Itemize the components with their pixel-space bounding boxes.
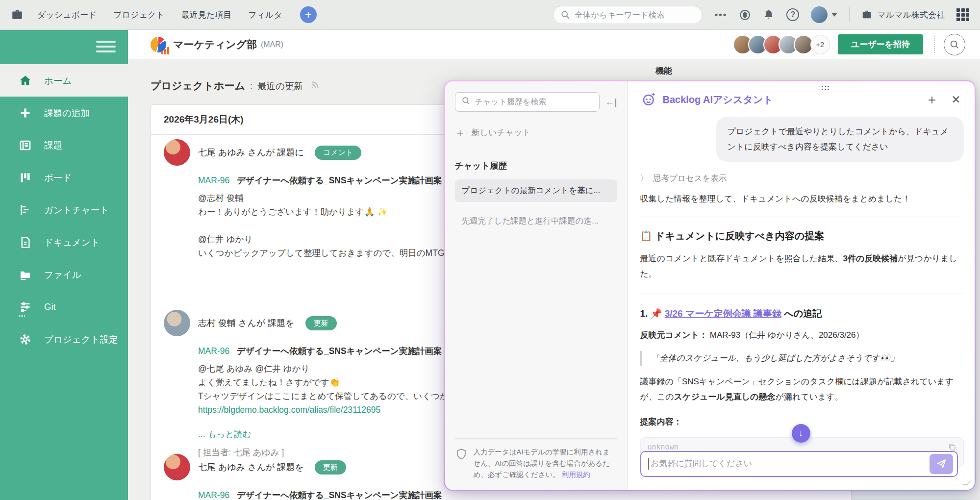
nav-filter[interactable]: フィルタ <box>248 9 282 21</box>
backlog-app: ダッシュボード プロジェクト 最近見た項目 フィルタ + ••• ? <box>0 0 980 500</box>
global-search[interactable] <box>553 6 703 24</box>
notifications-bell-icon[interactable] <box>763 9 775 21</box>
watch-eye-icon[interactable] <box>739 9 751 21</box>
chat-input[interactable] <box>651 458 930 470</box>
page-subtitle: 最近の更新 <box>257 80 303 92</box>
history-search[interactable] <box>455 92 600 112</box>
sidebar-item-gantt[interactable]: ガントチャート <box>0 194 128 226</box>
navbar-right: ••• ? マルマル株式会社 <box>553 6 969 24</box>
sidebar-item-add-issue[interactable]: 課題の追加 <box>0 97 128 129</box>
clipboard-emoji: 📋 <box>640 230 653 241</box>
issue-title[interactable]: デザイナーへ依頼する_SNSキャンペーン実施計画案 <box>237 175 442 185</box>
avatar[interactable] <box>164 310 190 336</box>
board-icon <box>19 171 32 184</box>
user-avatar[interactable] <box>811 6 828 23</box>
sidebar-item-documents[interactable]: ドキュメント <box>0 226 128 258</box>
plus-icon <box>19 106 32 120</box>
close-icon[interactable]: ✕ <box>951 94 960 105</box>
send-button[interactable] <box>930 454 953 474</box>
divider <box>640 294 964 294</box>
chat-input-bar[interactable] <box>640 451 958 477</box>
history-search-input[interactable] <box>475 98 593 106</box>
ai-chat-header: Backlog AIアシスタント ＋ ✕ <box>628 81 975 109</box>
pin-emoji: 📌 <box>651 308 662 319</box>
text-cursor <box>648 458 649 470</box>
sidebar-item-files[interactable]: ファイル <box>0 258 128 291</box>
rss-icon[interactable] <box>310 80 320 92</box>
sidebar-item-board[interactable]: ボード <box>0 161 128 194</box>
sidebar-item-git[interactable]: GIT Git <box>0 291 128 323</box>
plus-icon: ＋ <box>455 125 466 140</box>
organization-name[interactable]: マルマル株式会社 <box>861 9 945 21</box>
sidebar-collapse-icon[interactable] <box>96 41 116 52</box>
sidebar-item-issues[interactable]: 課題 <box>0 129 128 161</box>
new-chat-button[interactable]: ＋ 新しいチャット <box>455 125 617 140</box>
chat-history-panel: ←| ＋ 新しいチャット チャット履歴 プロジェクトの最新コメントを基に... … <box>445 81 628 490</box>
terms-link[interactable]: 利用規約 <box>562 471 590 478</box>
sidebar-item-home[interactable]: ホーム <box>0 64 128 97</box>
new-conversation-icon[interactable]: ＋ <box>925 93 938 106</box>
status-badge: コメント <box>315 146 361 160</box>
chat-history-header: チャット履歴 <box>455 160 617 172</box>
status-badge: 更新 <box>315 460 346 475</box>
invite-users-button[interactable]: ユーザーを招待 <box>838 34 923 54</box>
chat-history-item[interactable]: 先週完了した課題と進行中課題の進... <box>455 210 617 232</box>
issue-key-link[interactable]: MAR-96 <box>198 175 229 185</box>
page-title: プロジェクトホーム <box>151 79 245 93</box>
dotted-divider <box>934 36 935 53</box>
ai-intro-message: 収集した情報を整理して、ドキュメントへの反映候補をまとめました！ <box>640 193 964 204</box>
apps-grid-icon[interactable] <box>956 8 969 21</box>
feed-actor[interactable]: 七尾 あゆみ さんが 課題に <box>198 147 304 158</box>
page-title-row: プロジェクトホーム : 最近の更新 <box>151 79 320 93</box>
nav-projects[interactable]: プロジェクト <box>113 9 164 21</box>
global-navbar: ダッシュボード プロジェクト 最近見た項目 フィルタ + ••• ? <box>0 0 980 30</box>
member-avatars[interactable]: +2 <box>733 35 830 54</box>
global-search-input[interactable] <box>575 10 695 20</box>
document-link[interactable]: 3/26 マーケ定例会議 議事録 <box>665 308 781 319</box>
ai-disclaimer: 入力データはAIモデルの学習に利用されません。AIの回答は誤りを含む場合があるた… <box>455 438 617 481</box>
feed-actor[interactable]: 七尾 あゆみ さんが 課題を <box>198 461 304 473</box>
avatar[interactable] <box>164 139 190 166</box>
issues-list-icon <box>19 139 32 152</box>
issue-title[interactable]: デザイナーへ依頼する_SNSキャンペーン実施計画案 <box>237 490 442 500</box>
org-name-label: マルマル株式会社 <box>877 9 945 21</box>
issue-key-link[interactable]: MAR-96 <box>198 490 229 500</box>
sidebar-menu: ホーム 課題の追加 課題 ボード ガントチャート ドキュメント <box>0 64 128 355</box>
nav-recent[interactable]: 最近見た項目 <box>181 9 231 21</box>
occluded-table-header: 機能 <box>655 65 672 76</box>
project-key: (MAR) <box>261 40 283 49</box>
suggestion-item-title: 1. 📌 3/26 マーケ定例会議 議事録 への追記 <box>640 307 964 320</box>
quoted-comment: 「全体のスケジュール、もう少し延ばした方がよさそうです👀」 <box>640 351 964 366</box>
resize-handle[interactable] <box>962 480 971 485</box>
document-icon <box>19 236 32 249</box>
drag-handle-icon[interactable] <box>822 86 829 90</box>
source-comment-line: 反映元コメント： MAR-93（仁井 ゆかりさん、2026/3/26） <box>640 329 964 341</box>
nav-dashboard[interactable]: ダッシュボード <box>37 9 97 21</box>
divider <box>640 217 964 217</box>
feed-actor[interactable]: 志村 俊輔 さんが 課題を <box>198 317 295 329</box>
robot-icon <box>641 91 657 109</box>
scroll-to-bottom-button[interactable]: ↓ <box>792 424 810 443</box>
chat-history-item[interactable]: プロジェクトの最新コメントを基に... <box>455 179 617 202</box>
avatar[interactable] <box>164 454 190 480</box>
global-add-button[interactable]: + <box>300 6 317 23</box>
user-message-bubble: プロジェクトで最近やりとりしたコメントから、ドキュメントに反映すべき内容を提案し… <box>716 117 964 162</box>
more-members-badge[interactable]: +2 <box>810 35 830 54</box>
git-sublabel: GIT <box>19 314 26 318</box>
home-icon <box>19 74 32 87</box>
issue-title[interactable]: デザイナーへ依頼する_SNSキャンペーン実施計画案 <box>237 346 442 356</box>
issue-key-link[interactable]: MAR-96 <box>198 346 229 356</box>
thinking-process-toggle[interactable]: 〉 思考プロセスを表示 <box>640 173 964 184</box>
collapse-panel-icon[interactable]: ←| <box>605 97 617 107</box>
more-menu-icon[interactable]: ••• <box>714 9 727 20</box>
chevron-down-icon[interactable] <box>831 13 837 17</box>
chevron-right-icon: 〉 <box>640 173 649 184</box>
git-icon <box>19 300 32 314</box>
gear-icon <box>19 333 32 346</box>
help-icon[interactable]: ? <box>786 8 799 21</box>
project-search-button[interactable] <box>944 34 965 55</box>
shield-icon <box>455 447 468 481</box>
sidebar-item-project-settings[interactable]: プロジェクト設定 <box>0 323 128 355</box>
summary-paragraph: 最近のコメントと既存ドキュメントを照合した結果、3件の反映候補が見つかりました。 <box>640 251 964 281</box>
briefcase-icon[interactable] <box>11 8 24 21</box>
